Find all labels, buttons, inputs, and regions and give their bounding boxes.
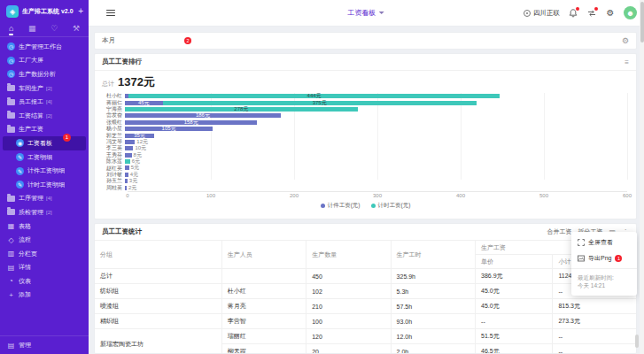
avatar[interactable]: ☻ [624,6,637,19]
chart-menu-icon[interactable]: ≡ [625,58,629,66]
bar-piece-wage[interactable] [125,186,127,190]
bar-piece-wage[interactable]: 35元 [125,134,154,138]
current-tab-label: 工资看板 [347,8,376,18]
wage-ranking-card: 员工工资排行 ≡ 总计 1372元 杜小红444元蒋丽仁45元375元宁海燕27… [94,53,637,219]
add-menu-icon[interactable]: + [78,7,83,16]
legend-item[interactable]: 计件工资(元) [321,202,361,210]
table-row[interactable]: 精织组李营智10093.0h--273.3元 [95,314,636,329]
chart-bars: 2元 [125,186,627,190]
sidebar-item-生产数据分析[interactable]: ◷生产数据分析 [0,67,89,81]
sidebar-item-工序管理[interactable]: 工序管理[4] [0,192,89,206]
sidebar-item-工资看板[interactable]: ◉工资看板1 [3,136,86,150]
company-icon [524,10,531,17]
sidebar-item-label: 分栏页 [19,250,37,258]
bar-hourly-wage[interactable] [125,159,130,164]
bar-piece-wage[interactable] [125,140,135,144]
chart-row: 赵红英5元 [102,165,627,171]
sidebar-footer-manage[interactable]: ▤ 管理 [0,335,89,354]
cell-qty: 120 [306,329,391,344]
sidebar-item-生产工资[interactable]: 生产工资 [0,123,89,137]
fullscreen-view-label: 全屏查看 [588,238,613,247]
bar-piece-wage[interactable] [125,146,133,150]
bar-piece-wage[interactable]: 158元 [125,120,257,125]
sidebar-item-工资结算[interactable]: 工资结算[2] [0,109,89,123]
cell-person: 柳天霞 [221,344,306,354]
refresh-time-value: 今天 14:21 [578,281,631,289]
filter-badge: 2 [184,37,191,44]
sidebar-item-详情[interactable]: ▤详情 [0,261,89,275]
legend-item[interactable]: 计时工资(元) [371,202,411,210]
cell-qty: 210 [306,299,391,314]
settings-gear-icon[interactable]: ⚙ [605,8,616,19]
merge-wage-button[interactable]: 合并工资 [547,227,571,236]
table-row[interactable]: 新瑞宏陶瓷工坊瑞丽红12012.0h51.5元-- [95,329,636,344]
bar-piece-wage[interactable] [125,173,128,177]
sidebar-item-计时工资明细[interactable]: ✎计时工资明细 [0,178,89,192]
folder-icon [7,209,15,215]
table-row[interactable]: 纺织组杜小红1025.3h45.0元-- [95,284,636,299]
bar-piece-wage[interactable] [125,153,132,158]
item-count: [2] [46,210,52,215]
col-person: 生产人员 [221,241,306,269]
table-scrollbar-thumb[interactable] [635,335,639,348]
dropdown-divider [571,268,637,269]
fullscreen-view-item[interactable]: 全屏查看 [571,235,637,250]
export-png-item[interactable]: 导出Png 1 [571,250,637,266]
chart-row: 张银红158元 [102,119,627,126]
sidebar-header: ◈ 生产排工系统 v2.0 + [0,0,89,21]
sidebar-item-质检管理[interactable]: 质检管理[2] [0,205,89,219]
chart-category-label: 周桂英 [102,184,125,192]
sidebar-tab-tools[interactable]: ⚒ [73,24,80,33]
sidebar-item-计件工资明细[interactable]: ✎计件工资明细 [0,164,89,178]
sidebar-item-员工报工[interactable]: 员工报工[4] [0,95,89,109]
current-tab[interactable]: 工资看板 [347,8,384,18]
bar-piece-wage[interactable] [125,165,129,170]
switch-screens-icon[interactable] [586,8,597,19]
chart-bars: 5元 [125,165,627,170]
sidebar-item-表格[interactable]: ▦表格 [0,219,89,234]
company-switcher[interactable]: 四川正联 [524,9,560,18]
sidebar-item-label: 生产工资 [19,125,43,134]
date-filter[interactable]: 本月 [102,36,115,45]
detail-icon: ▤ [7,264,15,272]
bar-label: 158元 [184,120,198,125]
sidebar-item-label: 生产管理工作台 [19,42,62,51]
bar-piece-wage[interactable] [125,179,128,183]
sidebar-item-仪表[interactable]: ◔仪表 [0,274,89,289]
bar-piece-wage[interactable]: 105元 [125,127,213,131]
window-scrollbar[interactable] [640,0,644,354]
bar-piece-wage[interactable]: 45元 [125,101,163,105]
legend-label: 计时工资(元) [378,202,411,210]
sidebar-item-添加[interactable]: +添加 [0,289,89,303]
filter-settings-icon[interactable]: ⚙ [622,36,629,45]
sidebar-item-工厂大屏[interactable]: ◷工厂大屏 [0,54,89,68]
window-scrollbar-thumb[interactable] [640,2,644,42]
bar-hourly-wage[interactable]: 444元 [128,94,500,98]
chart-bars: 278元 [125,107,627,112]
chart-bars: 8元 [125,153,627,158]
sidebar-item-label: 表格 [19,222,31,231]
sidebar-tab-home[interactable]: ⌂ [9,24,13,33]
sidebar-item-流程[interactable]: ◇流程 [0,233,89,247]
bar-outside-label: 5元 [131,165,139,170]
chart-row: 周桂英2元 [102,184,627,190]
sidebar-item-分栏页[interactable]: ▥分栏页 [0,247,89,261]
cell-subtotal: -- [553,344,636,354]
sidebar-item-工资明细[interactable]: ✎工资明细 [0,150,89,165]
manage-label: 管理 [19,341,31,350]
notification-bell-icon[interactable] [568,8,578,19]
table-row[interactable]: 喷漆组蒋月亮21057.5h45.0元815.3元 [95,299,636,314]
collapse-menu-icon[interactable] [106,10,115,17]
sidebar-item-生产管理工作台[interactable]: ◷生产管理工作台 [0,40,89,54]
chart-bars: 105元 [125,127,627,131]
bar-hourly-wage[interactable]: 375元 [163,101,477,105]
gridline [627,93,628,180]
sidebar-item-车间生产[interactable]: 车间生产[2] [0,81,89,96]
bar-piece-wage[interactable]: 186元 [125,113,281,118]
bar-hourly-wage[interactable]: 278元 [125,107,358,112]
sidebar-item-label: 流程 [19,235,31,244]
export-dropdown: 全屏查看 导出Png 1 最近刷新时间: 今天 14:21 [571,232,637,296]
sidebar-tab-apps[interactable]: ▦ [28,24,36,33]
sidebar-tab-favorites[interactable]: ♡ [50,24,58,33]
table-row[interactable]: 总计450325.9h386.9元1124.5元 [95,269,636,284]
